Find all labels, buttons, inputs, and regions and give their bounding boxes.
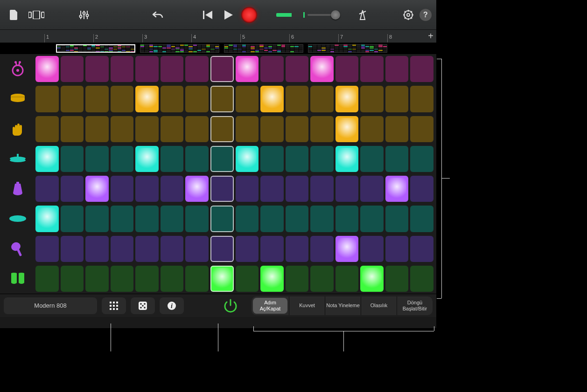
pattern-thumb[interactable] xyxy=(224,44,303,53)
view-switch-icon[interactable] xyxy=(25,6,48,24)
step-cell[interactable] xyxy=(185,86,209,112)
step-cell[interactable] xyxy=(385,116,409,142)
step-cell[interactable] xyxy=(335,86,359,112)
mode-note-repeat[interactable]: Nota Yineleme xyxy=(325,296,361,315)
step-cell[interactable] xyxy=(61,176,84,202)
mode-probability[interactable]: Olasılık xyxy=(361,296,397,315)
preset-selector[interactable]: Modern 808 xyxy=(4,297,97,314)
step-cell[interactable] xyxy=(335,236,359,262)
step-cell[interactable] xyxy=(286,176,309,202)
step-cell[interactable] xyxy=(35,206,59,232)
step-cell[interactable] xyxy=(410,266,433,292)
step-cell[interactable] xyxy=(360,146,384,172)
step-cell[interactable] xyxy=(135,56,159,82)
step-cell[interactable] xyxy=(236,116,259,142)
step-cell[interactable] xyxy=(236,206,259,232)
step-cell[interactable] xyxy=(286,146,309,172)
step-cell[interactable] xyxy=(335,266,359,292)
step-cell[interactable] xyxy=(135,176,159,202)
step-cell[interactable] xyxy=(286,86,309,112)
step-cell[interactable] xyxy=(310,206,334,232)
step-cell[interactable] xyxy=(236,86,259,112)
step-cell[interactable] xyxy=(310,146,334,172)
pattern-thumb[interactable] xyxy=(308,44,387,53)
volume-slider[interactable] xyxy=(307,14,335,16)
step-cell[interactable] xyxy=(61,86,84,112)
step-cell[interactable] xyxy=(410,176,433,202)
step-cell[interactable] xyxy=(410,86,433,112)
step-cell[interactable] xyxy=(135,86,159,112)
step-cell[interactable] xyxy=(260,86,284,112)
step-cell[interactable] xyxy=(161,146,184,172)
info-button[interactable]: i xyxy=(160,297,184,314)
settings-icon[interactable] xyxy=(399,6,418,24)
step-cell[interactable] xyxy=(385,146,409,172)
step-cell[interactable] xyxy=(360,266,384,292)
step-cell[interactable] xyxy=(260,176,284,202)
step-cell[interactable] xyxy=(185,146,209,172)
step-cell[interactable] xyxy=(410,56,433,82)
step-cell[interactable] xyxy=(85,236,109,262)
mode-step-toggle[interactable]: Adım Aç/Kapat xyxy=(253,298,287,314)
step-cell[interactable] xyxy=(35,146,59,172)
step-cell[interactable] xyxy=(185,266,209,292)
step-cell[interactable] xyxy=(236,176,259,202)
track-icon-cowbell[interactable] xyxy=(0,174,35,204)
step-cell[interactable] xyxy=(161,116,184,142)
step-cell[interactable] xyxy=(85,266,109,292)
step-cell[interactable] xyxy=(111,176,134,202)
step-cell[interactable] xyxy=(111,56,134,82)
step-cell[interactable] xyxy=(85,86,109,112)
rewind-icon[interactable] xyxy=(199,6,217,24)
step-cell[interactable] xyxy=(210,56,234,82)
step-cell[interactable] xyxy=(335,176,359,202)
step-cell[interactable] xyxy=(286,116,309,142)
mixer-icon[interactable] xyxy=(75,6,93,24)
step-cell[interactable] xyxy=(210,86,234,112)
timeline-ruler[interactable]: 1 2 3 4 5 6 7 8 + xyxy=(0,30,436,43)
step-cell[interactable] xyxy=(61,206,84,232)
power-button[interactable] xyxy=(221,296,240,315)
step-cell[interactable] xyxy=(35,176,59,202)
track-icon-conga[interactable] xyxy=(0,264,35,294)
step-cell[interactable] xyxy=(161,236,184,262)
step-cell[interactable] xyxy=(310,86,334,112)
step-cell[interactable] xyxy=(385,206,409,232)
step-cell[interactable] xyxy=(410,146,433,172)
step-cell[interactable] xyxy=(210,146,234,172)
step-cell[interactable] xyxy=(335,56,359,82)
step-cell[interactable] xyxy=(260,146,284,172)
step-cell[interactable] xyxy=(35,266,59,292)
step-cell[interactable] xyxy=(185,116,209,142)
step-cell[interactable] xyxy=(310,266,334,292)
step-cell[interactable] xyxy=(111,266,134,292)
track-icon-snare[interactable] xyxy=(0,84,35,114)
track-icon-tom[interactable] xyxy=(0,204,35,234)
track-icon-hihat[interactable] xyxy=(0,144,35,174)
mode-loop[interactable]: Döngü Başlat/Bitir xyxy=(397,296,433,315)
track-icon-shaker[interactable] xyxy=(0,234,35,264)
step-cell[interactable] xyxy=(35,116,59,142)
step-cell[interactable] xyxy=(135,116,159,142)
track-icon-clap[interactable] xyxy=(0,114,35,144)
step-cell[interactable] xyxy=(35,86,59,112)
step-cell[interactable] xyxy=(85,116,109,142)
step-cell[interactable] xyxy=(111,116,134,142)
step-cell[interactable] xyxy=(161,206,184,232)
step-cell[interactable] xyxy=(236,56,259,82)
step-cell[interactable] xyxy=(111,86,134,112)
step-cell[interactable] xyxy=(185,176,209,202)
step-cell[interactable] xyxy=(260,266,284,292)
step-cell[interactable] xyxy=(161,176,184,202)
track-icon-kick[interactable] xyxy=(0,54,35,84)
record-button[interactable] xyxy=(240,6,259,24)
undo-icon[interactable] xyxy=(148,6,167,24)
step-cell[interactable] xyxy=(260,116,284,142)
project-icon[interactable] xyxy=(5,6,23,24)
mode-velocity[interactable]: Kuvvet xyxy=(289,296,325,315)
step-cell[interactable] xyxy=(410,206,433,232)
step-cell[interactable] xyxy=(185,56,209,82)
metronome-icon[interactable] xyxy=(353,6,372,24)
step-cell[interactable] xyxy=(161,266,184,292)
step-cell[interactable] xyxy=(210,206,234,232)
